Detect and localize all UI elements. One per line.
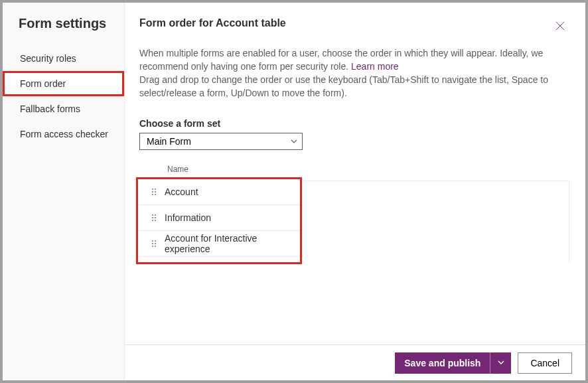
svg-point-11 [155,217,156,218]
footer: Save and publish Cancel [125,345,585,380]
list-item-name: Account [165,187,198,197]
save-and-publish-menu-button[interactable] [490,352,511,374]
list-item-name: Information [165,212,211,223]
svg-point-13 [155,220,156,221]
svg-point-17 [155,243,156,244]
svg-point-16 [152,243,153,244]
svg-point-9 [155,214,156,216]
sidebar-item-form-access-checker[interactable]: Form access checker [3,121,124,147]
description-text-1: When multiple forms are enabled for a us… [139,48,543,72]
description-text-2: Drag and drop to change the order or use… [139,74,548,98]
svg-point-6 [152,194,153,195]
svg-point-2 [152,189,153,190]
dialog-body: Form settings Security roles Form order … [3,3,585,380]
svg-point-5 [155,191,156,192]
drag-handle-icon[interactable] [151,214,157,222]
form-list-area: Name Account [139,165,569,262]
svg-point-3 [155,189,156,190]
description: When multiple forms are enabled for a us… [139,46,564,100]
list-item[interactable]: Account for Interactive experience [138,231,300,257]
svg-point-19 [155,246,156,247]
close-icon [555,21,565,33]
chevron-down-icon [498,358,504,368]
svg-point-8 [152,214,153,216]
save-and-publish-button[interactable]: Save and publish [395,352,490,374]
sidebar-item-fallback-forms[interactable]: Fallback forms [3,96,124,121]
svg-point-18 [152,246,153,247]
form-list-highlight: Account Information [138,179,300,262]
form-set-label: Choose a form set [139,118,569,129]
page-title: Form order for Account table [139,17,286,29]
sidebar-title: Form settings [3,16,124,46]
svg-point-10 [152,217,153,218]
close-button[interactable] [551,17,569,36]
svg-point-7 [155,194,156,195]
form-set-select[interactable]: Main Form [139,133,303,150]
form-set-field: Choose a form set Main Form [139,118,569,150]
learn-more-link[interactable]: Learn more [351,61,399,72]
sidebar-item-security-roles[interactable]: Security roles [3,46,124,71]
svg-point-15 [155,240,156,242]
drag-handle-icon[interactable] [151,188,157,196]
list-column-header-name: Name [139,165,569,181]
content-header: Form order for Account table [139,17,569,36]
list-item[interactable]: Account [138,179,300,205]
list-item-name: Account for Interactive experience [165,233,300,254]
svg-point-14 [152,240,153,242]
drag-handle-icon[interactable] [151,240,157,248]
form-settings-dialog: Form settings Security roles Form order … [3,3,585,380]
cancel-button[interactable]: Cancel [518,352,572,374]
content: Form order for Account table When multip… [125,3,585,345]
sidebar-item-form-order[interactable]: Form order [3,71,124,96]
form-set-select-wrap: Main Form [139,133,303,150]
list-item[interactable]: Information [138,205,300,231]
sidebar: Form settings Security roles Form order … [3,3,125,380]
save-and-publish-split-button: Save and publish [395,352,511,374]
form-list: Account Information [139,181,569,262]
svg-point-4 [152,191,153,192]
main-area: Form order for Account table When multip… [125,3,585,380]
svg-point-12 [152,220,153,221]
